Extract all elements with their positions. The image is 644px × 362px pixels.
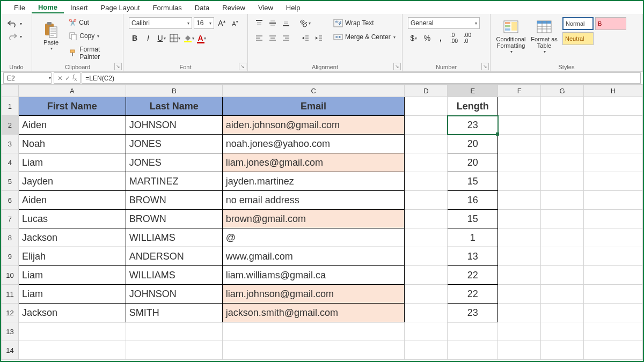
cell-A14[interactable] <box>18 341 126 360</box>
cell-G3[interactable] <box>541 135 584 153</box>
cell-H9[interactable] <box>584 247 643 266</box>
undo-button[interactable]: ▾ <box>6 19 23 28</box>
cell-E2[interactable]: 23 <box>448 116 498 135</box>
row-header-6[interactable]: 6 <box>2 191 19 210</box>
row-header-7[interactable]: 7 <box>2 210 19 228</box>
accounting-format-button[interactable]: $▾ <box>408 32 420 44</box>
enter-formula-button[interactable]: ✓ <box>65 75 70 82</box>
menu-file[interactable]: File <box>8 3 32 13</box>
cell-A2[interactable]: Aiden <box>18 116 126 135</box>
menu-insert[interactable]: Insert <box>64 3 94 13</box>
row-header-12[interactable]: 12 <box>2 304 19 322</box>
border-button[interactable]: ▾ <box>169 32 181 44</box>
cell-F11[interactable] <box>498 285 541 304</box>
cell-B3[interactable]: JONES <box>126 135 222 153</box>
font-name-select[interactable]: Calibri▾ <box>129 17 192 29</box>
cell-D9[interactable] <box>405 247 448 266</box>
cell-G11[interactable] <box>541 285 584 304</box>
formula-input[interactable]: =LEN(C2) <box>82 72 641 84</box>
spreadsheet-grid[interactable]: ABCDEFGH 1First NameLast NameEmailLength… <box>1 85 643 360</box>
cell-D10[interactable] <box>405 266 448 285</box>
row-header-3[interactable]: 3 <box>2 135 19 153</box>
comma-format-button[interactable]: , <box>435 32 447 44</box>
cell-D4[interactable] <box>405 153 448 172</box>
cell-A1[interactable]: First Name <box>18 97 126 116</box>
cell-G14[interactable] <box>541 341 584 360</box>
cell-C13[interactable] <box>222 322 405 341</box>
cell-G8[interactable] <box>541 228 584 247</box>
cell-style-normal[interactable]: Normal <box>562 17 594 30</box>
row-header-13[interactable]: 13 <box>2 322 19 341</box>
cell-A8[interactable]: Jackson <box>18 228 126 247</box>
cell-H5[interactable] <box>584 172 643 191</box>
orientation-button[interactable]: ab▾ <box>299 17 311 29</box>
cell-C1[interactable]: Email <box>222 97 405 116</box>
cell-D5[interactable] <box>405 172 448 191</box>
font-dialog-launcher[interactable]: ↘ <box>239 63 246 70</box>
name-box[interactable]: E2▾ <box>3 72 52 84</box>
cell-E12[interactable]: 23 <box>448 304 498 322</box>
menu-review[interactable]: Review <box>216 3 252 13</box>
cell-A9[interactable]: Elijah <box>18 247 126 266</box>
align-right-button[interactable] <box>280 32 292 44</box>
cell-D7[interactable] <box>405 210 448 228</box>
col-header-H[interactable]: H <box>584 85 643 97</box>
cell-A3[interactable]: Noah <box>18 135 126 153</box>
col-header-D[interactable]: D <box>405 85 448 97</box>
decrease-decimal-button[interactable]: .00.0 <box>462 32 473 44</box>
italic-button[interactable]: I <box>142 32 154 44</box>
cell-A12[interactable]: Jackson <box>18 304 126 322</box>
col-header-C[interactable]: C <box>222 85 405 97</box>
cell-B4[interactable]: JONES <box>126 153 222 172</box>
clipboard-dialog-launcher[interactable]: ↘ <box>114 63 122 70</box>
conditional-formatting-button[interactable]: Conditional Formatting▾ <box>496 16 526 57</box>
cell-F7[interactable] <box>498 210 541 228</box>
cell-E1[interactable]: Length <box>448 97 498 116</box>
shrink-font-button[interactable]: A▾ <box>229 17 241 29</box>
cell-B10[interactable]: WILLIAMS <box>126 266 222 285</box>
cell-B1[interactable]: Last Name <box>126 97 222 116</box>
cell-D13[interactable] <box>405 322 448 341</box>
cell-E10[interactable]: 22 <box>448 266 498 285</box>
underline-button[interactable]: U▾ <box>156 32 167 44</box>
cell-A11[interactable]: Liam <box>18 285 126 304</box>
copy-button[interactable]: Copy▾ <box>68 31 118 41</box>
cell-style-bad[interactable]: B <box>595 17 626 30</box>
row-header-2[interactable]: 2 <box>2 116 19 135</box>
cell-C11[interactable]: liam.johnson@gmail.com <box>222 285 405 304</box>
cell-F12[interactable] <box>498 304 541 322</box>
cell-D8[interactable] <box>405 228 448 247</box>
align-middle-button[interactable] <box>267 17 279 29</box>
cell-D12[interactable] <box>405 304 448 322</box>
cell-F9[interactable] <box>498 247 541 266</box>
menu-help[interactable]: Help <box>280 3 307 13</box>
align-bottom-button[interactable] <box>280 17 292 29</box>
cell-H12[interactable] <box>584 304 643 322</box>
cell-E9[interactable]: 13 <box>448 247 498 266</box>
cell-B12[interactable]: SMITH <box>126 304 222 322</box>
fx-button[interactable]: fx <box>72 73 77 82</box>
cell-B6[interactable]: BROWN <box>126 191 222 210</box>
paste-button[interactable]: Paste▾ <box>38 16 64 57</box>
cell-B9[interactable]: ANDERSON <box>126 247 222 266</box>
cell-D6[interactable] <box>405 191 448 210</box>
cell-A5[interactable]: Jayden <box>18 172 126 191</box>
row-header-10[interactable]: 10 <box>2 266 19 285</box>
select-all-cell[interactable] <box>2 85 19 97</box>
cell-A7[interactable]: Lucas <box>18 210 126 228</box>
cell-G13[interactable] <box>541 322 584 341</box>
cell-F3[interactable] <box>498 135 541 153</box>
col-header-E[interactable]: E <box>448 85 498 97</box>
cell-H8[interactable] <box>584 228 643 247</box>
cell-E7[interactable]: 15 <box>448 210 498 228</box>
cell-C12[interactable]: jackson.smith@gmail.com <box>222 304 405 322</box>
cell-B8[interactable]: WILLIAMS <box>126 228 222 247</box>
cell-E5[interactable]: 15 <box>448 172 498 191</box>
cell-C6[interactable]: no email address <box>222 191 405 210</box>
cell-D11[interactable] <box>405 285 448 304</box>
cell-A10[interactable]: Liam <box>18 266 126 285</box>
row-header-11[interactable]: 11 <box>2 285 19 304</box>
cell-C7[interactable]: brown@gmail.com <box>222 210 405 228</box>
cell-B13[interactable] <box>126 322 222 341</box>
cell-F14[interactable] <box>498 341 541 360</box>
